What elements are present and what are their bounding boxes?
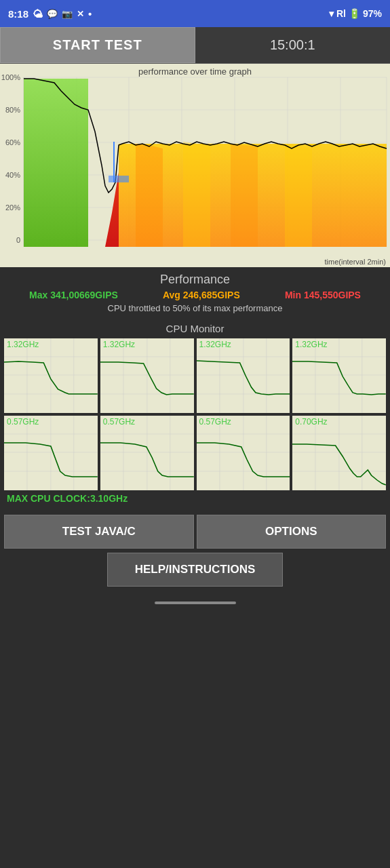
- performance-graph-section: performance over time graph 100% 80% 60%…: [0, 64, 390, 267]
- start-test-button[interactable]: START TEST: [0, 27, 195, 63]
- graph-title: performance over time graph: [0, 64, 390, 77]
- cpu-core-3: 1.32GHz: [292, 338, 386, 413]
- battery-icon: 🔋: [349, 8, 360, 19]
- cpu-grid: 1.32GHz 1.32GHz: [4, 338, 386, 490]
- svg-rect-30: [109, 176, 129, 182]
- status-bar: 8:18 🌤 💬 📷 ✕ • ▾ Rl 🔋 97%: [0, 0, 390, 27]
- cpu-core-6-freq: 0.57GHz: [199, 417, 231, 427]
- svg-marker-28: [285, 144, 312, 247]
- instagram-icon: 📷: [62, 9, 73, 19]
- battery-percent: 97%: [363, 8, 382, 19]
- wifi-icon: ▾: [329, 8, 334, 19]
- cpu-core-4: 0.57GHz: [4, 416, 98, 490]
- svg-marker-27: [231, 144, 258, 247]
- svg-marker-25: [136, 144, 163, 247]
- whatsapp-icon: 💬: [47, 9, 58, 19]
- cpu-core-1-freq: 1.32GHz: [103, 340, 135, 349]
- cpu-monitor-section: CPU Monitor 1.32GHz 1.32GHz: [0, 320, 390, 512]
- cpu-core-5-freq: 0.57GHz: [103, 417, 135, 427]
- weather-icon: 🌤: [33, 8, 43, 20]
- stat-max: Max 341,00669GIPS: [29, 290, 118, 300]
- home-indicator: [0, 591, 390, 610]
- dot-icon: •: [88, 8, 92, 20]
- svg-text:60%: 60%: [5, 138, 20, 146]
- max-cpu-clock: MAX CPU CLOCK:3.10GHz: [4, 493, 386, 504]
- cpu-core-7-freq: 0.70GHz: [295, 417, 327, 427]
- svg-text:20%: 20%: [5, 203, 20, 212]
- home-bar: [155, 601, 236, 604]
- cpu-core-5: 0.57GHz: [100, 416, 194, 490]
- cpu-core-6: 0.57GHz: [197, 416, 290, 490]
- cpu-core-4-freq: 0.57GHz: [7, 417, 39, 427]
- test-java-c-button[interactable]: TEST JAVA/C: [4, 515, 194, 549]
- x-icon: ✕: [77, 9, 84, 19]
- throttle-text: CPU throttled to 50% of its max performa…: [7, 303, 383, 313]
- timer-display: 15:00:1: [195, 28, 391, 62]
- cpu-core-7: 0.70GHz: [292, 416, 386, 490]
- help-instructions-button[interactable]: HELP/INSTRUCTIONS: [107, 553, 284, 587]
- svg-text:0: 0: [16, 236, 20, 244]
- cpu-core-1: 1.32GHz: [100, 338, 194, 413]
- svg-marker-22: [24, 79, 88, 247]
- cpu-core-2-freq: 1.32GHz: [199, 340, 231, 349]
- time-display: 8:18: [8, 8, 28, 20]
- stat-min: Min 145,550GIPS: [285, 290, 361, 300]
- options-button[interactable]: OPTIONS: [197, 515, 387, 549]
- cpu-core-0-freq: 1.32GHz: [7, 340, 39, 349]
- top-controls: START TEST 15:00:1: [0, 27, 390, 64]
- performance-section: Performance Max 341,00669GIPS Avg 246,68…: [0, 267, 390, 320]
- svg-marker-26: [183, 142, 210, 247]
- bottom-buttons: TEST JAVA/C OPTIONS: [4, 515, 386, 549]
- svg-text:80%: 80%: [5, 106, 20, 114]
- help-button-container: HELP/INSTRUCTIONS: [0, 553, 390, 587]
- cpu-core-0: 1.32GHz: [4, 338, 98, 413]
- stat-avg: Avg 246,685GIPS: [163, 290, 240, 300]
- status-right: ▾ Rl 🔋 97%: [329, 8, 382, 19]
- svg-text:40%: 40%: [5, 171, 20, 179]
- cpu-core-3-freq: 1.32GHz: [295, 340, 327, 349]
- status-left: 8:18 🌤 💬 📷 ✕ •: [8, 8, 92, 20]
- cpu-core-0-graph: [4, 338, 98, 413]
- signal-icon: Rl: [336, 8, 346, 19]
- performance-graph: 100% 80% 60% 40% 20% 0: [0, 64, 390, 267]
- cpu-monitor-title: CPU Monitor: [4, 323, 386, 334]
- time-axis-label: time(interval 2min): [325, 258, 386, 266]
- performance-stats: Max 341,00669GIPS Avg 246,685GIPS Min 14…: [7, 290, 383, 300]
- cpu-core-2: 1.32GHz: [197, 338, 290, 413]
- performance-title: Performance: [7, 273, 383, 287]
